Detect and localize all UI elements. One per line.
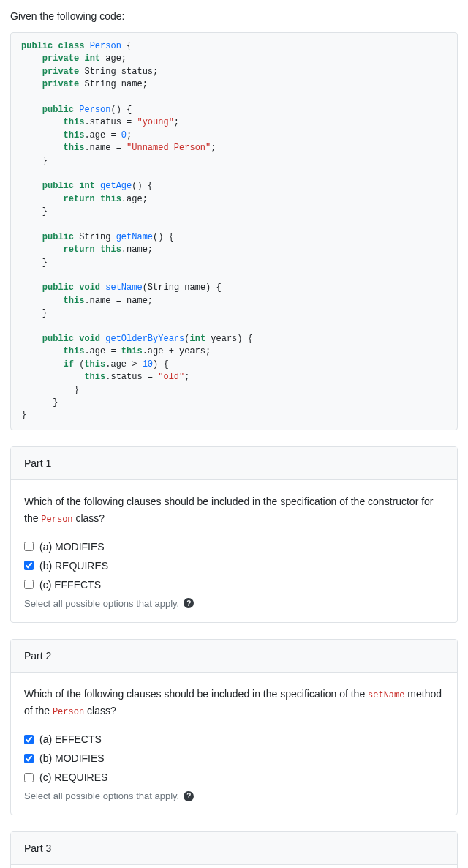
- part-body: Which of the following clauses should be…: [11, 480, 457, 622]
- option-checkbox[interactable]: [24, 773, 34, 782]
- option-label: (b) REQUIRES: [39, 560, 108, 572]
- part-title: Part 2: [11, 640, 457, 673]
- help-icon[interactable]: ?: [184, 791, 194, 801]
- option-label: (a) EFFECTS: [39, 733, 102, 745]
- help-icon[interactable]: ?: [184, 598, 194, 608]
- option-label: (c) EFFECTS: [39, 579, 101, 591]
- question-text: Which of the following clauses should be…: [24, 686, 444, 721]
- option-row[interactable]: (c) REQUIRES: [24, 771, 444, 783]
- part-body: Which of the following clauses should be…: [11, 673, 457, 815]
- hint-text: Select all possible options that apply.: [24, 790, 179, 801]
- part-card: Part 3Which of the following clauses sho…: [10, 831, 458, 868]
- option-row[interactable]: (a) MODIFIES: [24, 541, 444, 553]
- option-row[interactable]: (b) MODIFIES: [24, 752, 444, 764]
- option-label: (a) MODIFIES: [39, 541, 105, 553]
- hint-text: Select all possible options that apply.: [24, 598, 179, 609]
- part-body: Which of the following clauses should be…: [11, 865, 457, 868]
- page-intro: Given the following code:: [10, 10, 458, 22]
- option-checkbox[interactable]: [24, 754, 34, 763]
- option-checkbox[interactable]: [24, 735, 34, 744]
- hint-row: Select all possible options that apply.?: [24, 790, 444, 801]
- hint-row: Select all possible options that apply.?: [24, 598, 444, 609]
- option-checkbox[interactable]: [24, 542, 34, 551]
- option-row[interactable]: (c) EFFECTS: [24, 579, 444, 591]
- option-checkbox[interactable]: [24, 580, 34, 589]
- option-checkbox[interactable]: [24, 561, 34, 570]
- option-label: (b) MODIFIES: [39, 752, 105, 764]
- part-card: Part 1Which of the following clauses sho…: [10, 446, 458, 623]
- inline-code: setName: [368, 690, 404, 700]
- option-row[interactable]: (a) EFFECTS: [24, 733, 444, 745]
- part-title: Part 3: [11, 832, 457, 865]
- part-title: Part 1: [11, 447, 457, 480]
- inline-code: Person: [41, 515, 72, 525]
- part-card: Part 2Which of the following clauses sho…: [10, 639, 458, 816]
- option-row[interactable]: (b) REQUIRES: [24, 560, 444, 572]
- option-label: (c) REQUIRES: [39, 771, 107, 783]
- question-text: Which of the following clauses should be…: [24, 493, 444, 528]
- code-snippet: public class Person { private int age; p…: [10, 32, 458, 430]
- inline-code: Person: [53, 707, 84, 717]
